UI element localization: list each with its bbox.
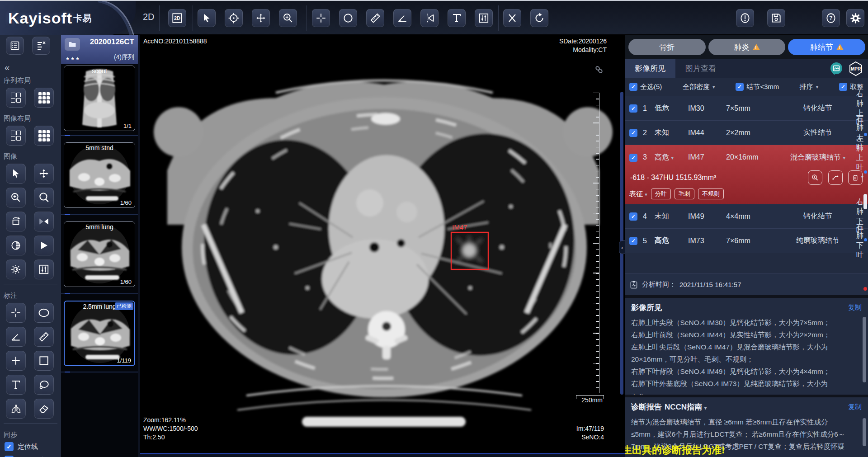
flip-tool-button[interactable] xyxy=(34,212,54,231)
delete-button[interactable] xyxy=(503,9,521,27)
image-grid-3x3-button[interactable] xyxy=(34,126,54,146)
point-anno-button[interactable] xyxy=(6,351,26,371)
zoom-in-button[interactable] xyxy=(279,9,297,27)
tab-image-view[interactable]: 图片查看 xyxy=(675,59,726,78)
pan-button[interactable] xyxy=(252,9,270,27)
ruler-button[interactable] xyxy=(366,9,384,27)
nodule-marker[interactable] xyxy=(864,238,867,241)
thumbnail-2-5mm-lung-selected[interactable]: 2.5mm lung 已检测 1/119 xyxy=(64,301,135,366)
feature-tag[interactable]: 分叶 xyxy=(651,188,671,199)
cine-play-button[interactable] xyxy=(34,236,54,255)
nodule-row-3-selected[interactable]: ✓ 3 高危 ▾ IM47 20×16mm 混合磨玻璃结节 ▾ 左肺上叶 ▾ -… xyxy=(625,145,868,204)
nodule-row-4[interactable]: ✓ 4 未知 IM49 4×4mm 钙化结节 右肺下叶 xyxy=(625,204,868,228)
sync-localizer-line[interactable]: ✓ 定位线 xyxy=(0,442,61,451)
copy-report-button[interactable]: 复制 xyxy=(848,403,862,411)
nodule-row-5[interactable]: ✓ 5 高危 IM73 7×6mm 纯磨玻璃结节 右肺下叶 xyxy=(625,228,868,253)
image-grid-2x2-button[interactable] xyxy=(6,126,26,146)
tab-pneumonia[interactable]: 肺炎 ! xyxy=(708,39,786,55)
feature-tag[interactable]: 毛刺 xyxy=(675,188,694,199)
filter-select-all[interactable]: ✓ 全选(5) xyxy=(629,83,662,91)
filter-density-dropdown[interactable]: 全部密度 ▾ xyxy=(683,83,715,91)
report-guideline-dropdown[interactable]: NCCN指南 ▾ xyxy=(665,402,707,412)
close-series-button[interactable] xyxy=(32,37,50,55)
checkbox-checked[interactable]: ✓ xyxy=(839,83,847,91)
reset-button[interactable] xyxy=(530,9,548,27)
localizer-button[interactable] xyxy=(225,9,243,27)
text-button[interactable] xyxy=(448,9,466,27)
alert-icon xyxy=(739,12,751,24)
checkbox-checked[interactable]: ✓ xyxy=(629,237,637,245)
checkbox-checked[interactable]: ✓ xyxy=(629,154,637,162)
rect-anno-button[interactable] xyxy=(34,351,54,371)
ruler-anno-button[interactable] xyxy=(34,327,54,347)
delete-nodule-button[interactable] xyxy=(848,170,863,185)
checkbox-checked[interactable]: ✓ xyxy=(629,212,637,221)
cobb-angle-button[interactable] xyxy=(420,9,439,27)
nodule-marker[interactable] xyxy=(864,133,867,136)
type-dropdown[interactable]: 混合磨玻璃结节 ▾ xyxy=(779,153,856,162)
feature-dropdown[interactable]: 表征 ▾ xyxy=(629,190,647,198)
angle-button[interactable] xyxy=(393,9,411,27)
feature-tag[interactable]: 不规则 xyxy=(698,188,724,199)
series-grid-2x2-button[interactable] xyxy=(6,88,26,108)
pointer-button[interactable] xyxy=(198,9,216,27)
alert-button[interactable] xyxy=(736,9,754,27)
lasso-anno-button[interactable] xyxy=(34,375,54,395)
rotate-tool-button[interactable] xyxy=(6,212,26,231)
mpr-icon[interactable]: MPR xyxy=(848,61,863,76)
thumbnail-5mm-stnd[interactable]: 5mm stnd 1/60 xyxy=(64,142,135,208)
brightness-tool-button[interactable] xyxy=(6,259,26,279)
high-risk-marker[interactable] xyxy=(863,287,867,291)
report-scrollbar[interactable] xyxy=(863,418,866,446)
followup-button[interactable] xyxy=(828,170,843,185)
lung-segment-button[interactable] xyxy=(6,399,26,419)
copy-findings-button[interactable]: 复制 xyxy=(848,303,862,312)
eraser-button[interactable] xyxy=(34,399,54,419)
nodule-row-2[interactable]: ✓ 2 未知 IM44 2×2mm 实性结节 右肺上叶 xyxy=(625,120,868,145)
series-grid-3x3-button[interactable] xyxy=(34,88,54,108)
window-level-tool-button[interactable] xyxy=(34,259,54,279)
checkbox-checked[interactable]: ✓ xyxy=(736,83,744,91)
tab-lung-nodule[interactable]: 肺结节 ! xyxy=(788,39,865,55)
zoom-in-tool-button[interactable] xyxy=(6,188,26,207)
filter-sort-dropdown[interactable]: 排序 ▾ xyxy=(800,83,819,91)
panel-collapse-handle[interactable]: › xyxy=(619,240,625,254)
window-level-button[interactable] xyxy=(475,9,493,27)
scroll-thumb-marker[interactable] xyxy=(863,194,867,209)
study-header[interactable]: 20200126CT ★★★ (4)序列 xyxy=(61,35,138,64)
settings-button[interactable] xyxy=(846,9,864,27)
risk-dropdown[interactable]: 高危 ▾ xyxy=(655,153,688,162)
layout-2d-button[interactable]: 2D xyxy=(168,9,186,27)
checkbox-checked[interactable]: ✓ xyxy=(629,129,637,137)
nodule-row-1[interactable]: ✓ 1 低危 IM30 7×5mm 钙化结节 右肺上叶 xyxy=(625,96,868,120)
magnify-nodule-button[interactable] xyxy=(808,170,822,185)
angle-anno-button[interactable] xyxy=(6,327,26,347)
thumbnail-scout[interactable]: scout 1/1 xyxy=(64,66,135,131)
thumbnail-5mm-lung[interactable]: 5mm lung 1/60 xyxy=(64,221,135,287)
worklist-button[interactable] xyxy=(6,37,24,55)
text-anno-button[interactable] xyxy=(6,375,26,395)
help-button[interactable]: ? xyxy=(822,9,840,27)
link-icon[interactable] xyxy=(594,65,604,75)
checkbox-checked[interactable]: ✓ xyxy=(5,442,14,451)
pointer-tool-button[interactable] xyxy=(6,164,26,184)
collapse-sidebar-button[interactable]: « xyxy=(0,59,61,74)
checkbox-checked[interactable]: ✓ xyxy=(629,104,637,113)
magnify-tool-button[interactable] xyxy=(34,188,54,207)
ellipse-anno-button[interactable] xyxy=(34,303,54,323)
crosshair-button[interactable] xyxy=(312,9,330,27)
viewer[interactable]: IM47 AccNO:202101158888 SDate:20200126 M… xyxy=(140,35,625,454)
invert-tool-button[interactable] xyxy=(6,236,26,255)
nodule-marker[interactable] xyxy=(864,170,867,174)
ellipse-button[interactable] xyxy=(339,9,357,27)
findings-scrollbar[interactable] xyxy=(863,317,866,382)
checkbox-checked[interactable]: ✓ xyxy=(629,83,637,91)
save-button[interactable] xyxy=(767,9,785,27)
report-chat-icon[interactable] xyxy=(829,61,844,76)
tab-findings[interactable]: 影像所见 xyxy=(625,59,675,78)
crosshair-anno-button[interactable] xyxy=(6,303,26,323)
scout-image xyxy=(64,66,135,131)
filter-small-nodule[interactable]: ✓ 结节<3mm xyxy=(736,83,779,91)
pan-tool-button[interactable] xyxy=(34,164,54,184)
tab-fracture[interactable]: 骨折 xyxy=(628,39,706,55)
